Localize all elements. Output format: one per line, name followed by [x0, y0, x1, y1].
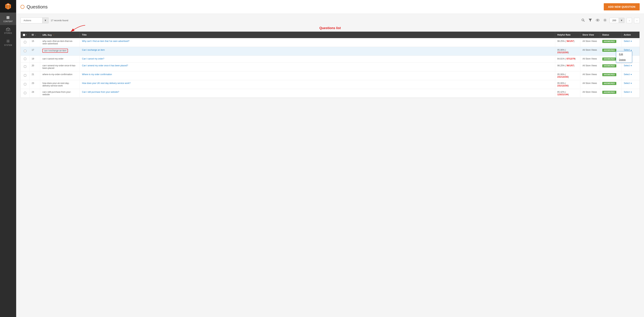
select-action-button[interactable]: Select ▼: [624, 40, 632, 42]
row-title: Can I cancel my order?: [80, 56, 555, 62]
row-status: ANSWERED: [600, 38, 622, 47]
add-new-question-button[interactable]: Add New Question: [604, 3, 640, 10]
title-link[interactable]: Can I still purchase from your website?: [82, 91, 119, 93]
action-dropdown-menu: EditDelete: [616, 51, 632, 63]
status-badge: ANSWERED: [602, 91, 616, 94]
row-checkbox-cell: [21, 56, 30, 62]
sidebar-item-stores[interactable]: STORES: [0, 25, 16, 37]
action-dropdown-wrapper: Select ▼: [624, 91, 632, 93]
select-all-checkbox[interactable]: [23, 34, 25, 36]
row-checkbox[interactable]: [24, 83, 26, 85]
action-dropdown-wrapper: Select ▲EditDelete: [624, 49, 632, 51]
actions-label: Actions: [21, 18, 42, 23]
th-title[interactable]: Title: [80, 32, 555, 38]
per-page-dropdown-button[interactable]: ▼: [619, 18, 624, 23]
row-id: 15: [30, 38, 40, 47]
page-header: Questions Add New Question: [16, 0, 644, 14]
row-action-cell: Select ▼: [622, 62, 640, 71]
row-url-key: how-does-your-uk-next-day-delivery-servi…: [40, 80, 80, 89]
select-action-button[interactable]: Select ▼: [624, 73, 632, 76]
svg-point-10: [605, 20, 606, 20]
title-link[interactable]: How does your UK next day delivery servi…: [82, 82, 130, 84]
view-button[interactable]: [595, 18, 600, 23]
dropdown-menu-item-edit[interactable]: Edit: [616, 52, 632, 57]
select-all-chevron[interactable]: ▼: [26, 34, 27, 36]
row-checkbox-cell: [21, 71, 30, 80]
select-action-button[interactable]: Select ▲: [624, 49, 632, 51]
sidebar-item-stores-label: STORES: [4, 32, 12, 34]
row-helpful-rate: 85.42% ( 123/21/144): [555, 89, 580, 98]
table-row: 15why-cant-i-find-an-item-that-ive-seen-…: [21, 38, 640, 47]
toolbar: Actions ▼ 17 records found: [20, 18, 640, 23]
svg-marker-7: [589, 19, 592, 22]
prev-page-button[interactable]: ‹: [626, 18, 632, 23]
row-store-view: All Store Views: [580, 56, 600, 62]
row-action-cell: Select ▼: [622, 38, 640, 47]
sidebar-logo: [0, 0, 16, 12]
questions-list-annotation: Questions list: [319, 26, 341, 30]
th-id[interactable]: ID ↓: [30, 32, 40, 38]
action-dropdown-wrapper: Select ▼: [624, 64, 632, 67]
row-helpful-rate: 95.06% ( 231/12/243): [555, 80, 580, 89]
content-area: Actions ▼ 17 records found: [16, 14, 644, 317]
row-url-key: can-i-cancel-my-order: [40, 56, 80, 62]
row-action-cell: Select ▼: [622, 71, 640, 80]
toolbar-icons: [581, 18, 607, 23]
content-grid-icon: ▦: [6, 15, 10, 20]
row-status: ANSWERED: [600, 80, 622, 89]
row-checkbox-cell: [21, 38, 30, 47]
row-helpful-rate: 98.25% ( 56/1/57): [555, 62, 580, 71]
row-checkbox-cell: [21, 80, 30, 89]
settings-button[interactable]: [603, 18, 607, 23]
title-link[interactable]: Can I amend my order once it has been pl…: [82, 64, 128, 67]
row-id: 24: [30, 89, 40, 98]
filter-button[interactable]: [588, 18, 592, 23]
row-checkbox[interactable]: [24, 41, 26, 43]
row-checkbox-cell: [21, 89, 30, 98]
questions-table-container: ▼ ID ↓ URL Key ← Title Helpful Rate Stor…: [20, 32, 640, 98]
row-action-cell: Select ▼: [622, 80, 640, 89]
actions-dropdown-button[interactable]: ▼: [42, 18, 48, 23]
status-badge: ANSWERED: [602, 64, 616, 68]
title-link[interactable]: Can I exchange an item: [82, 49, 105, 51]
title-link[interactable]: Where is my order confirmation: [82, 73, 112, 76]
svg-rect-3: [8, 30, 8, 31]
row-id: 23: [30, 80, 40, 89]
svg-point-5: [582, 19, 584, 21]
action-dropdown-wrapper: Select ▼: [624, 40, 632, 42]
annotation-arrow-icon: [66, 24, 87, 34]
svg-line-6: [584, 21, 584, 22]
row-checkbox[interactable]: [24, 58, 26, 60]
th-status[interactable]: Status: [600, 32, 622, 38]
table-row: 24can-i-still-purchase-from-your-website…: [21, 89, 640, 98]
row-checkbox-cell: [21, 47, 30, 56]
row-status: ANSWERED: [600, 62, 622, 71]
row-checkbox[interactable]: [24, 92, 26, 94]
status-badge: ANSWERED: [602, 82, 616, 85]
per-page-input[interactable]: [610, 18, 619, 23]
select-action-button[interactable]: Select ▼: [624, 64, 632, 67]
row-id: 20: [30, 62, 40, 71]
next-page-button[interactable]: ›: [634, 18, 640, 23]
loading-spinner-icon: [20, 5, 24, 9]
row-checkbox[interactable]: [24, 50, 26, 52]
row-checkbox[interactable]: [24, 74, 26, 76]
select-action-button[interactable]: Select ▼: [624, 82, 632, 84]
status-badge: ANSWERED: [602, 73, 616, 76]
title-link[interactable]: Why can't I find an item that I've seen …: [82, 40, 130, 42]
th-helpful-rate[interactable]: Helpful Rate: [555, 32, 580, 38]
select-action-button[interactable]: Select ▼: [624, 91, 632, 93]
title-link[interactable]: Can I cancel my order?: [82, 58, 104, 60]
page-title: Questions: [26, 4, 48, 10]
sidebar-item-system[interactable]: SYSTEM: [0, 37, 16, 49]
row-store-view: All Store Views: [580, 38, 600, 47]
row-helpful-rate: 98.25% ( 56/1/57): [555, 38, 580, 47]
stores-icon: [6, 28, 10, 31]
row-checkbox[interactable]: [24, 66, 26, 68]
dropdown-menu-item-delete[interactable]: Delete: [616, 57, 632, 62]
row-store-view: All Store Views: [580, 62, 600, 71]
magento-logo-icon: [4, 3, 12, 10]
sidebar-item-content[interactable]: ▦ CONTENT: [0, 12, 16, 25]
search-button[interactable]: [581, 18, 586, 23]
th-store-view[interactable]: Store View: [580, 32, 600, 38]
